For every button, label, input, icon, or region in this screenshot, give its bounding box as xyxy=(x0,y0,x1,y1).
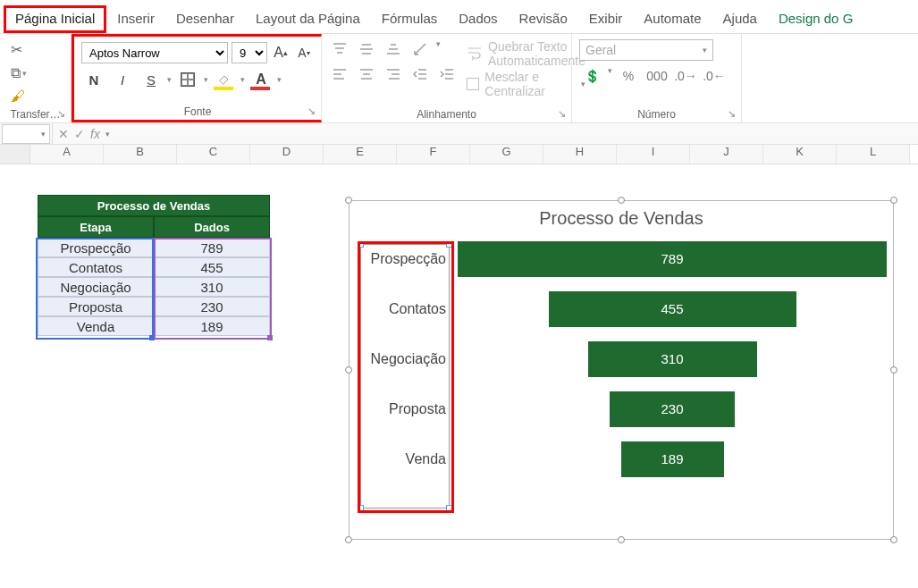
merge-center-label: Mesclar e Centralizar xyxy=(484,70,576,98)
align-right-button[interactable] xyxy=(383,64,404,84)
underline-caret[interactable]: ▾ xyxy=(167,75,172,84)
selection-bar: ▾ ✕ ✓ fx▾ xyxy=(0,123,918,145)
group-label-number: Número xyxy=(572,108,741,121)
align-top-button[interactable] xyxy=(329,39,350,59)
col-C[interactable]: C xyxy=(177,145,250,164)
tab-draw[interactable]: Desenhar xyxy=(165,5,245,33)
col-G[interactable]: G xyxy=(470,145,543,164)
enter-formula-icon[interactable]: ✓ xyxy=(74,127,85,141)
tab-home[interactable]: Página Inicial xyxy=(4,5,106,33)
font-color-caret[interactable]: ▾ xyxy=(277,75,282,84)
wrap-text-button[interactable]: Quebrar Texto Automaticamente xyxy=(467,39,585,68)
table-title: Processo de Vendas xyxy=(38,195,270,216)
tab-insert[interactable]: Inserir xyxy=(106,5,165,33)
table-header-dados: Dados xyxy=(154,216,270,238)
chart-title[interactable]: Processo de Vendas xyxy=(350,201,893,234)
merge-center-button[interactable]: Mesclar e Centralizar ▾ xyxy=(467,70,585,98)
copy-button[interactable]: ⧉▾ xyxy=(7,63,56,83)
font-size-select[interactable]: 9 xyxy=(232,42,267,63)
orientation-button[interactable] xyxy=(409,39,431,59)
table-cell[interactable]: Venda xyxy=(38,316,154,336)
data-table: Processo de Vendas Etapa Dados Prospecçã… xyxy=(38,195,270,336)
increase-indent-button[interactable] xyxy=(436,64,458,84)
column-headers: A B C D E F G H I J K L xyxy=(0,145,918,164)
increase-decimal-button[interactable]: .0→ xyxy=(673,66,698,86)
col-H[interactable]: H xyxy=(543,145,617,164)
align-bottom-button[interactable] xyxy=(383,39,404,59)
decrease-decimal-button[interactable]: .0← xyxy=(702,66,727,86)
thousands-button[interactable]: 000 xyxy=(644,66,670,86)
col-L[interactable]: L xyxy=(837,145,910,164)
tab-help[interactable]: Ajuda xyxy=(712,5,768,33)
decrease-indent-button[interactable] xyxy=(409,64,431,84)
tab-layout[interactable]: Layout da Página xyxy=(245,5,371,33)
table-cell[interactable]: 189 xyxy=(154,316,270,336)
formula-input[interactable] xyxy=(115,124,266,144)
chart-bars: 789455310230189 xyxy=(451,234,893,484)
fill-color-button[interactable] xyxy=(212,69,237,90)
wrap-text-label: Quebrar Texto Automaticamente xyxy=(488,39,585,68)
col-D[interactable]: D xyxy=(250,145,324,164)
font-color-button[interactable]: A xyxy=(248,69,274,90)
tab-data[interactable]: Dados xyxy=(448,5,508,33)
align-left-button[interactable] xyxy=(329,64,350,84)
font-launcher[interactable]: ↘ xyxy=(305,105,317,118)
fill-color-caret[interactable]: ▾ xyxy=(240,75,245,84)
decrease-font-button[interactable]: A▾ xyxy=(294,43,314,63)
number-format-select[interactable]: Geral▾ xyxy=(579,39,713,61)
italic-button[interactable]: I xyxy=(110,69,135,90)
bold-button[interactable]: N xyxy=(81,69,106,90)
cut-button[interactable]: ✂ xyxy=(7,39,56,60)
name-box[interactable]: ▾ xyxy=(2,124,50,144)
brush-icon: 🖌 xyxy=(11,88,25,105)
col-A[interactable]: A xyxy=(30,145,104,164)
clipboard-launcher[interactable]: ↘ xyxy=(55,108,67,121)
select-all-corner[interactable] xyxy=(0,145,30,164)
tab-automate[interactable]: Automate xyxy=(633,5,712,33)
align-middle-button[interactable] xyxy=(356,39,377,59)
col-B[interactable]: B xyxy=(104,145,177,164)
col-E[interactable]: E xyxy=(324,145,397,164)
chart-bar[interactable]: 189 xyxy=(621,441,724,477)
table-cell[interactable]: 310 xyxy=(154,277,270,297)
col-K[interactable]: K xyxy=(763,145,837,164)
tab-view[interactable]: Exibir xyxy=(578,5,634,33)
align-center-button[interactable] xyxy=(356,64,377,84)
chart-bar[interactable]: 310 xyxy=(588,341,757,377)
chart-bar[interactable]: 789 xyxy=(458,241,887,277)
accounting-format-button[interactable]: 💲 xyxy=(579,66,604,86)
fx-icon[interactable]: fx xyxy=(90,127,100,141)
worksheet-canvas[interactable]: Processo de Vendas Etapa Dados Prospecçã… xyxy=(0,164,918,549)
percent-button[interactable]: % xyxy=(616,66,641,86)
table-header-etapa: Etapa xyxy=(38,216,154,238)
borders-caret[interactable]: ▾ xyxy=(204,75,208,84)
borders-button[interactable] xyxy=(175,69,200,90)
copy-icon: ⧉ xyxy=(11,65,21,81)
table-cell[interactable]: Contatos xyxy=(38,257,154,277)
col-F[interactable]: F xyxy=(397,145,470,164)
underline-button[interactable]: S xyxy=(139,69,164,90)
tab-chart-design[interactable]: Design do G xyxy=(768,5,863,33)
table-cell[interactable]: 230 xyxy=(154,297,270,316)
group-label-font: Fonte xyxy=(74,105,321,118)
font-name-select[interactable]: Aptos Narrow xyxy=(81,42,228,63)
increase-font-button[interactable]: A▴ xyxy=(271,43,291,63)
funnel-chart[interactable]: Processo de Vendas Prospecção Contatos N… xyxy=(349,200,894,540)
table-cell[interactable]: 789 xyxy=(154,238,270,257)
table-cell[interactable]: Proposta xyxy=(38,297,154,316)
table-cell[interactable]: Prospecção xyxy=(38,238,154,257)
chart-bar[interactable]: 230 xyxy=(610,391,735,427)
format-painter-button[interactable]: 🖌 xyxy=(7,87,56,106)
cancel-formula-icon[interactable]: ✕ xyxy=(58,127,69,141)
col-J[interactable]: J xyxy=(690,145,763,164)
table-cell[interactable]: Negociação xyxy=(38,277,154,297)
alignment-launcher[interactable]: ↘ xyxy=(555,108,568,121)
tab-review[interactable]: Revisão xyxy=(509,5,578,33)
tab-formulas[interactable]: Fórmulas xyxy=(371,5,449,33)
group-font: Aptos Narrow 9 A▴ A▾ N I S ▾ ▾ ▾ A ▾ Fon… xyxy=(72,34,322,122)
merge-icon xyxy=(467,78,479,90)
table-cell[interactable]: 455 xyxy=(154,257,270,277)
col-I[interactable]: I xyxy=(617,145,690,164)
chart-bar[interactable]: 455 xyxy=(549,291,796,327)
number-launcher[interactable]: ↘ xyxy=(725,108,737,121)
